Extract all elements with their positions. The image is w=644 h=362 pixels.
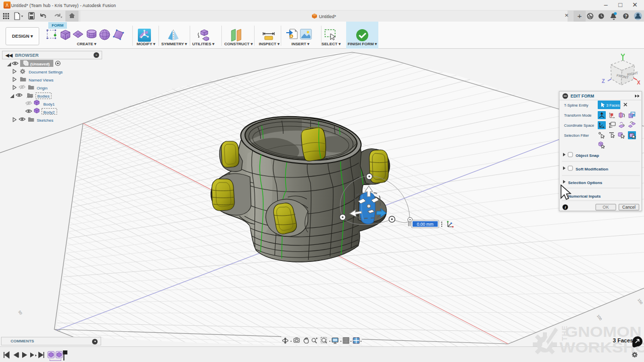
svg-text:Document Settings: Document Settings bbox=[29, 70, 63, 74]
svg-text:Body1: Body1 bbox=[43, 102, 55, 107]
svg-text:T-Spline Entity: T-Spline Entity bbox=[564, 103, 589, 108]
svg-text:Sketches: Sketches bbox=[37, 118, 53, 123]
svg-text:INSPECT ▾: INSPECT ▾ bbox=[259, 42, 280, 46]
svg-text:Object Snap: Object Snap bbox=[576, 153, 599, 158]
svg-text:EDIT FORM: EDIT FORM bbox=[571, 94, 594, 99]
svg-text:?: ? bbox=[624, 14, 627, 19]
svg-text:MODIFY ▾: MODIFY ▾ bbox=[136, 42, 155, 46]
svg-text:SYMMETRY ▾: SYMMETRY ▾ bbox=[161, 42, 187, 46]
svg-text:Origin: Origin bbox=[37, 86, 47, 90]
svg-text:FINISH FORM ▾: FINISH FORM ▾ bbox=[348, 42, 377, 46]
svg-text:Z: Z bbox=[602, 78, 605, 84]
svg-text:UTILITIES ▾: UTILITIES ▾ bbox=[192, 42, 215, 46]
svg-text:CONSTRUCT ▾: CONSTRUCT ▾ bbox=[224, 42, 253, 46]
svg-text:3 Faces: 3 Faces bbox=[606, 103, 620, 108]
svg-text:SELECT ▾: SELECT ▾ bbox=[321, 42, 341, 46]
svg-text:Body2: Body2 bbox=[43, 110, 55, 115]
svg-text:OK: OK bbox=[603, 205, 609, 210]
svg-text:Soft Modification: Soft Modification bbox=[576, 167, 608, 171]
svg-text:(Unsaved): (Unsaved) bbox=[30, 62, 50, 66]
svg-text:Selection Filter: Selection Filter bbox=[564, 133, 589, 138]
svg-text:CREATE ▾: CREATE ▾ bbox=[77, 42, 97, 46]
svg-text:0.00 mm: 0.00 mm bbox=[417, 222, 433, 227]
svg-text:X: X bbox=[637, 80, 640, 85]
svg-text:Bodies: Bodies bbox=[37, 94, 49, 99]
svg-text:Transform Mode: Transform Mode bbox=[564, 113, 592, 118]
svg-text:Named Views: Named Views bbox=[29, 78, 53, 82]
svg-text:INSERT ▾: INSERT ▾ bbox=[291, 42, 310, 46]
svg-text:Coordinate Space: Coordinate Space bbox=[564, 123, 594, 128]
svg-text:Cancel: Cancel bbox=[622, 205, 636, 210]
